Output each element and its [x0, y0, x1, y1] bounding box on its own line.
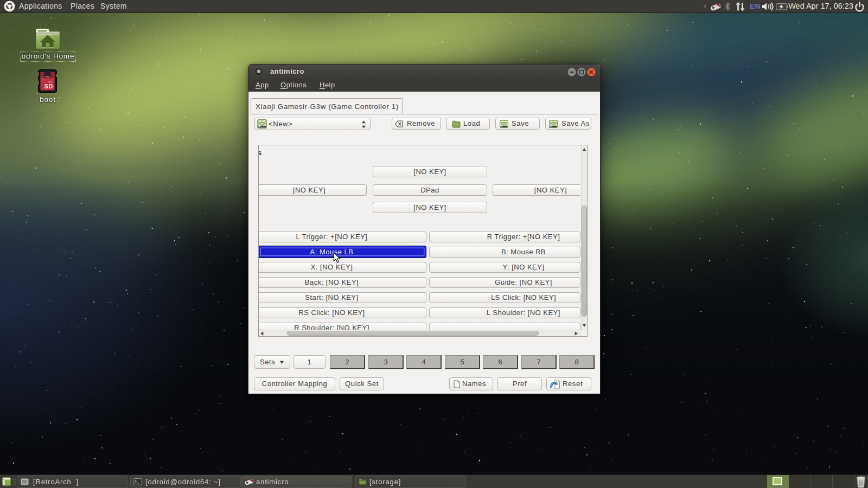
svg-text:SD: SD: [44, 83, 53, 89]
